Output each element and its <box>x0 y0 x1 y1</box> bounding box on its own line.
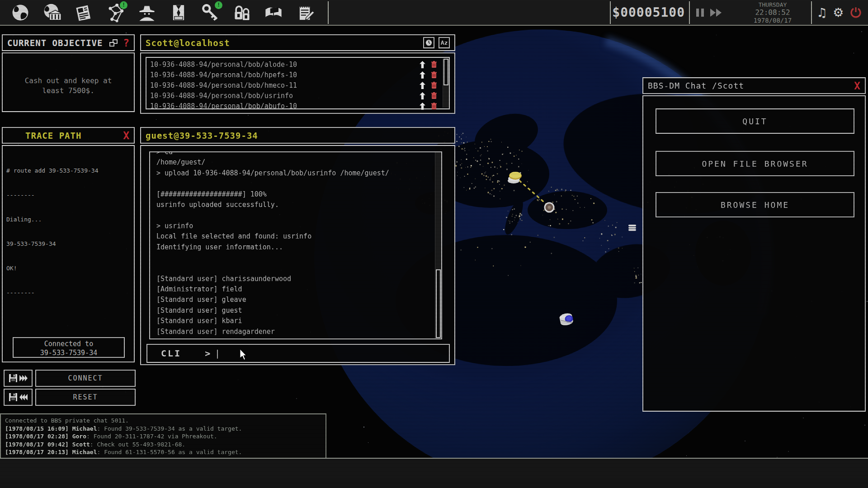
upload-file-button[interactable] <box>418 61 426 68</box>
connect-button[interactable]: CONNECT <box>35 370 136 387</box>
clock-icon <box>425 39 432 46</box>
file-row[interactable]: 10-936-4088-94/personal/bob/alode-10 <box>150 59 449 70</box>
terminal-body: > cd /home/guest/ > upload 10-936-4088-9… <box>140 145 455 365</box>
popout-window-icon[interactable] <box>109 39 118 47</box>
game-clock: THURSDAY 22:08:52 1978/08/17 <box>736 1 809 25</box>
browse-home-button[interactable]: BROWSE HOME <box>656 192 854 217</box>
log-time: [1978/08/17 09:42] <box>5 441 72 448</box>
file-row[interactable]: 10-936-4088-94/personal/bob/usrinfo <box>150 90 449 101</box>
fast-forward-button[interactable] <box>710 9 722 17</box>
bottom-bar <box>0 458 868 488</box>
newspaper-icon <box>74 3 94 23</box>
notes-button[interactable] <box>295 2 316 23</box>
top-toolbar: ! <box>0 0 868 26</box>
delete-file-button[interactable] <box>430 71 438 78</box>
trace-line: OK! <box>6 264 130 272</box>
file-path: 10-936-4088-94/personal/bob/abufo-10 <box>150 102 418 110</box>
file-list-scrollbar[interactable] <box>443 59 449 108</box>
scrollbar-thumb[interactable] <box>443 59 448 85</box>
sort-by-time-button[interactable] <box>423 37 434 48</box>
rewind-icon <box>19 394 28 400</box>
keys-button[interactable]: ! <box>200 2 221 23</box>
bbs-panel-header: BBS-DM Chat /Scott X <box>642 77 866 94</box>
file-manager-header: Scott@localhost Az <box>140 34 455 51</box>
settings-gear-button[interactable]: ⚙ <box>833 6 844 19</box>
file-list: 10-936-4088-94/personal/bob/alode-10 10-… <box>146 57 450 109</box>
locks-button[interactable] <box>231 2 252 23</box>
objective-panel-header: CURRENT OBJECTIVE ? <box>2 34 135 51</box>
hacker-button[interactable] <box>137 2 157 23</box>
delete-file-button[interactable] <box>430 61 438 68</box>
quit-button[interactable]: QUIT <box>656 108 854 134</box>
log-line: [1978/08/17 02:28] Goro: Found 20-311-17… <box>5 432 321 441</box>
close-bbs-button[interactable]: X <box>854 80 860 92</box>
file-row[interactable]: 10-936-4088-94/personal/bob/hmeco-11 <box>150 80 449 90</box>
trash-icon <box>431 103 437 109</box>
scrollbar-thumb[interactable] <box>436 269 441 338</box>
network-map-button[interactable]: ! <box>105 2 126 23</box>
clock-date: 1978/08/17 <box>736 17 809 24</box>
toolbar-divider <box>610 1 611 24</box>
close-trace-button[interactable]: X <box>123 130 129 141</box>
news-button[interactable] <box>73 2 94 23</box>
log-user: Michael <box>72 449 97 455</box>
trace-title: TRACE PATH <box>25 131 81 141</box>
delete-file-button[interactable] <box>430 82 438 89</box>
open-file-browser-button[interactable]: OPEN FILE BROWSER <box>656 151 854 176</box>
terminal-line: [Standard user] gleave <box>156 295 435 305</box>
dossier-button[interactable] <box>168 2 189 23</box>
trash-icon <box>431 71 437 78</box>
terminal-title: guest@39-533-7539-34 <box>146 131 258 141</box>
file-path: 10-936-4088-94/personal/bob/alode-10 <box>150 61 418 69</box>
delete-file-button[interactable] <box>430 103 438 109</box>
upload-file-button[interactable] <box>418 92 426 99</box>
log-time: [1978/08/17 02:28] <box>5 433 72 440</box>
log-time: [1978/08/17 20:13] <box>5 449 72 455</box>
upload-file-button[interactable] <box>418 71 426 79</box>
upload-file-button[interactable] <box>418 82 426 89</box>
delete-file-button[interactable] <box>430 92 438 99</box>
upload-file-button[interactable] <box>418 103 426 110</box>
music-button[interactable]: ♫ <box>816 6 827 19</box>
log-line: [1978/08/17 09:42] Scott: Check out 55-4… <box>5 441 321 449</box>
notification-badge: ! <box>215 1 222 9</box>
terminal-output[interactable]: > cd /home/guest/ > upload 10-936-4088-9… <box>149 151 442 339</box>
reset-button[interactable]: RESET <box>35 389 136 406</box>
terminal-line: > upload 10-936-4088-94/personal/bob/usr… <box>156 168 435 178</box>
upload-arrow-icon <box>420 103 425 110</box>
file-row[interactable]: 10-936-4088-94/personal/bob/hpefs-10 <box>150 70 449 80</box>
log-text: : Found 20-311-1787-42 via Phreakout. <box>86 433 217 440</box>
quit-label: QUIT <box>742 117 767 126</box>
terminal-line: Identifying user information... <box>156 242 435 253</box>
terminal-line <box>156 263 435 273</box>
upload-arrow-icon <box>420 82 425 89</box>
globe-map-button[interactable] <box>10 2 31 23</box>
save-reset-button[interactable] <box>4 389 33 406</box>
clock-day: THURSDAY <box>736 1 809 9</box>
cli-input[interactable]: CLI > | <box>146 344 450 363</box>
terminal-line: usrinfo uploaded successfully. <box>156 200 435 210</box>
help-button[interactable]: ? <box>123 37 129 49</box>
log-text: : Found 61-131-5570-56 as a valid target… <box>97 449 242 455</box>
money-display: $00005100 <box>612 0 688 25</box>
bbs-chat-log: Connected to BBS private chat 5011. [197… <box>0 413 326 459</box>
bank-button[interactable] <box>42 2 62 23</box>
terminal-line: [Standard user] rendagardener <box>156 327 435 337</box>
sort-alphabetical-button[interactable]: Az <box>439 37 450 48</box>
floppy-disk-icon <box>9 393 18 402</box>
target-node-marker[interactable] <box>545 203 554 212</box>
pause-button[interactable] <box>696 9 704 17</box>
upload-arrow-icon <box>420 71 425 79</box>
studies-button[interactable] <box>263 2 284 23</box>
trace-line: # route add 39-533-7539-34 <box>6 167 130 175</box>
relay-node-marker[interactable] <box>628 225 636 231</box>
notepad-icon <box>295 3 315 23</box>
trace-line: -------- <box>6 289 130 297</box>
cli-prompt: > <box>205 348 210 359</box>
power-button[interactable] <box>849 6 863 19</box>
open-file-browser-label: OPEN FILE BROWSER <box>702 159 808 169</box>
terminal-scrollbar[interactable] <box>435 152 441 338</box>
sort-alpha-label: Az <box>441 39 448 46</box>
save-connect-button[interactable] <box>4 370 33 387</box>
file-row[interactable]: 10-936-4088-94/personal/bob/abufo-10 <box>150 101 449 111</box>
